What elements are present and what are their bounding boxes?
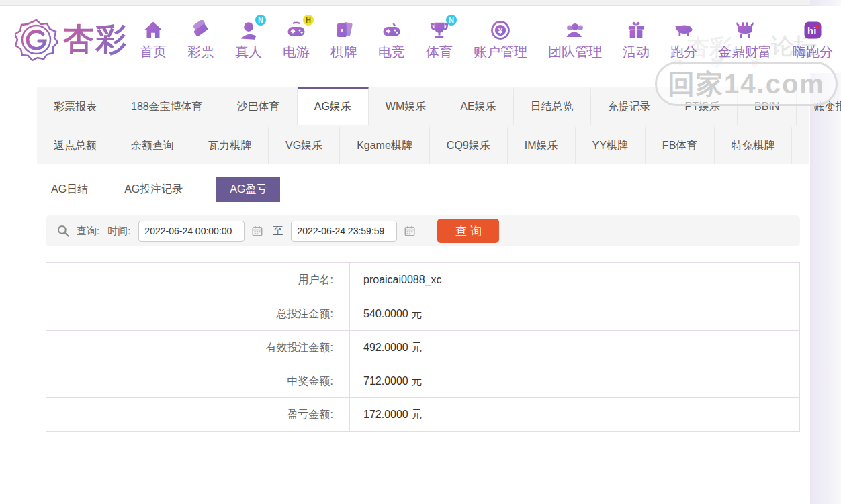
subtab-ag-bet-records[interactable]: AG投注记录 [122,177,185,202]
tab-bbin[interactable]: BBIN [738,87,797,125]
tab-account-change-report[interactable]: 账变报表 [797,87,841,125]
nav-item-home[interactable]: 首页 [140,19,167,61]
nav-item-egame[interactable]: H 电游 [283,19,310,61]
report-tabbar: 彩票报表 188金宝博体育 沙巴体育 AG娱乐 WM娱乐 AE娱乐 日结总览 充… [37,87,809,164]
nav-item-team-management[interactable]: 团队管理 [548,19,602,61]
tab-kgame-boardgames[interactable]: Kgame棋牌 [340,125,430,164]
query-bar: 查询: 时间: 至 查 询 [46,215,800,246]
valid-bet-value: 492.0000 元 [350,331,799,364]
nav-item-label: 体育 [426,43,453,61]
top-navigation-bar: 杏彩 首页 彩票 N 真人 H 电游 棋牌 [0,6,841,73]
tab-wm-entertainment[interactable]: WM娱乐 [369,87,443,125]
total-bet-label: 总投注金额: [46,297,350,330]
sports-trophy-icon: N [427,19,451,42]
win-amount-label: 中奖金额: [46,364,350,397]
nav-item-activity[interactable]: 活动 [623,19,650,61]
ding-icon [733,19,757,42]
nav-item-boardgames[interactable]: 棋牌 [330,19,357,61]
subtab-ag-daily[interactable]: AG日结 [48,177,91,202]
profit-loss-label: 盈亏金额: [46,398,350,431]
tab-balance-query[interactable]: 余额查询 [114,125,191,164]
username-label: 用户名: [46,263,350,297]
nav-item-jinding-wealth[interactable]: 金鼎财富 [718,19,772,61]
tab-cq9-entertainment[interactable]: CQ9娱乐 [430,125,508,164]
time-label: 时间: [107,225,130,238]
query-submit-button[interactable]: 查 询 [437,219,499,243]
nav-item-hi-paofen[interactable]: hi 嗨跑分 [793,19,833,61]
nav-item-sports[interactable]: N 体育 [426,19,453,61]
right-background-band [810,0,841,504]
nav-item-label: 账户管理 [474,43,527,61]
nav-item-account-management[interactable]: ¥ 账户管理 [474,19,527,61]
end-datetime-input[interactable] [291,221,397,242]
brand-logo[interactable]: 杏彩 [15,18,128,61]
ag-profit-loss-table: 用户名: proaicai0088_xc 总投注金额: 540.0000 元 有… [46,262,800,432]
svg-text:¥: ¥ [498,27,503,35]
table-row: 中奖金额: 712.0000 元 [46,364,799,397]
profit-loss-value: 172.0000 元 [350,398,799,431]
tab-im-entertainment[interactable]: IM娱乐 [508,125,576,164]
live-person-icon: N [236,19,261,42]
new-badge: N [255,15,266,26]
lottery-ticket-icon [189,19,213,42]
tab-188-jinbaobo-sports[interactable]: 188金宝博体育 [114,87,220,125]
nav-item-paofen[interactable]: 跑分 [670,19,697,61]
nav-item-label: 活动 [623,43,650,61]
brand-logo-text: 杏彩 [63,19,128,60]
nav-item-esports[interactable]: 电竞 [378,19,405,61]
nav-item-label: 电竞 [378,43,405,61]
tabbar-row-1: 彩票报表 188金宝博体育 沙巴体育 AG娱乐 WM娱乐 AE娱乐 日结总览 充… [37,87,809,125]
tab-daily-summary[interactable]: 日结总览 [514,87,591,125]
nav-item-label: 金鼎财富 [718,43,772,61]
to-label: 至 [273,225,283,238]
tabbar-row-2: 返点总额 余额查询 瓦力棋牌 VG娱乐 Kgame棋牌 CQ9娱乐 IM娱乐 Y… [37,125,809,164]
tab-lottery-report[interactable]: 彩票报表 [37,87,114,125]
calendar-icon[interactable] [251,225,263,237]
esports-gamepad-icon [380,19,404,42]
svg-text:hi: hi [807,25,816,36]
table-row: 有效投注金额: 492.0000 元 [46,330,799,364]
nav-item-label: 棋牌 [330,43,357,61]
tab-fb-sports[interactable]: FB体育 [646,125,715,164]
nav-item-label: 团队管理 [548,43,602,61]
table-row: 总投注金额: 540.0000 元 [46,297,799,330]
query-label: 查询: [77,225,99,238]
brand-emblem-icon [15,18,58,61]
tab-pt-entertainment[interactable]: PT娱乐 [668,87,738,125]
nav-item-label: 嗨跑分 [793,43,833,61]
rhino-icon [672,19,696,42]
nav-item-label: 首页 [140,43,167,61]
tab-wali-boardgames[interactable]: 瓦力棋牌 [191,125,269,164]
egame-gamepad-icon: H [284,19,308,42]
tab-vg-entertainment[interactable]: VG娱乐 [269,125,340,164]
win-amount-value: 712.0000 元 [350,364,799,397]
tab-tetu-boardgames[interactable]: 特兔棋牌 [715,125,792,164]
tab-ae-entertainment[interactable]: AE娱乐 [443,87,513,125]
tab-deposit-withdraw-records[interactable]: 充提记录 [591,87,668,125]
username-value: proaicai0088_xc [350,263,799,297]
start-datetime-input[interactable] [138,221,245,242]
tab-ag-entertainment[interactable]: AG娱乐 [298,87,369,125]
tab-yy-boardgames[interactable]: YY棋牌 [576,125,646,164]
tab-shaba-sports[interactable]: 沙巴体育 [220,87,298,125]
cards-icon [332,19,356,42]
nav-item-label: 彩票 [187,43,214,61]
valid-bet-label: 有效投注金额: [46,331,350,364]
account-coin-icon: ¥ [488,19,513,42]
nav-item-label: 电游 [283,43,310,61]
top-edge-strip [0,0,841,6]
nav-item-lottery[interactable]: 彩票 [187,19,214,61]
tab-rebate-total[interactable]: 返点总额 [37,125,114,164]
nav-item-label: 真人 [235,43,262,61]
nav-item-label: 跑分 [670,43,697,61]
new-badge: N [446,15,457,26]
main-nav: 首页 彩票 N 真人 H 电游 棋牌 电竞 [140,19,833,61]
team-icon [563,19,587,42]
calendar-icon[interactable] [404,225,416,237]
nav-item-live[interactable]: N 真人 [235,19,262,61]
home-icon [141,19,165,42]
table-row: 盈亏金额: 172.0000 元 [46,397,799,431]
subtab-ag-profit-loss[interactable]: AG盈亏 [216,177,280,202]
ag-subtabs: AG日结 AG投注记录 AG盈亏 [48,177,841,202]
hot-badge: H [303,15,314,26]
